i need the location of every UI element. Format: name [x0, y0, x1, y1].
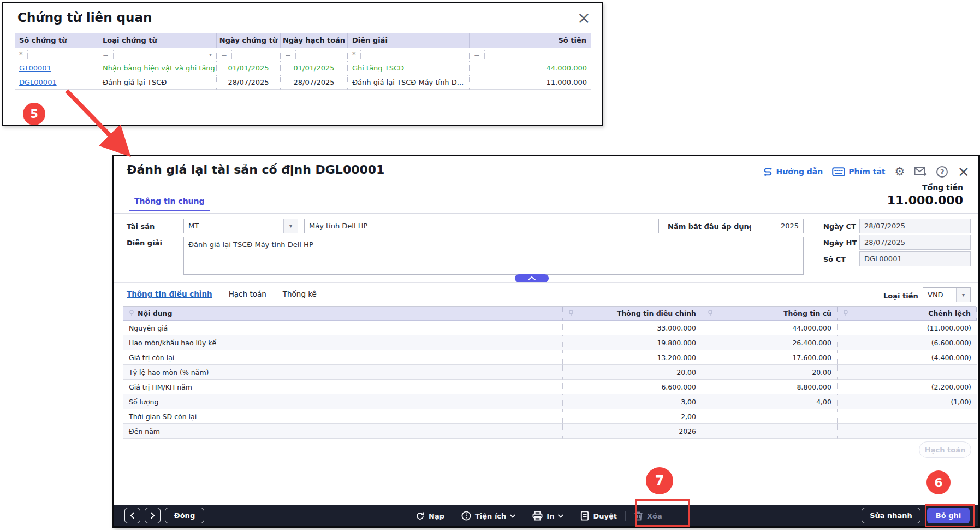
printer-icon — [532, 511, 543, 521]
column-header[interactable]: Chênh lệch — [838, 307, 977, 321]
divider — [114, 213, 978, 214]
dropdown-icon[interactable]: ▾ — [209, 51, 212, 57]
cell-content: Thời gian SD còn lại — [123, 409, 563, 424]
column-header[interactable]: Số chứng từ — [15, 33, 98, 48]
cell-difference: (2.200.000) — [838, 380, 977, 394]
dropdown-icon[interactable]: ▾ — [283, 219, 298, 233]
start-year-field[interactable]: 2025 — [751, 219, 804, 233]
filter-cell[interactable]: =▾ — [98, 48, 217, 61]
description-field[interactable]: Đánh giá lại TSCĐ Máy tính Dell HP — [183, 237, 804, 275]
guide-link[interactable]: Hướng dẫn — [763, 167, 823, 177]
asset-code-combo[interactable]: MT ▾ — [183, 219, 298, 233]
grid-row[interactable]: Giá trị còn lại 13.200.000 17.600.000 (4… — [123, 350, 976, 365]
grid-row[interactable]: Tỷ lệ hao mòn (% năm) 20,00 20,00 — [123, 365, 976, 380]
posting-date-field[interactable]: 28/07/2025 — [859, 235, 971, 250]
doc-date-field[interactable]: 28/07/2025 — [859, 219, 971, 233]
annotation-arrow — [59, 84, 138, 163]
asset-name-field[interactable]: Máy tính Dell HP — [304, 219, 659, 233]
column-header[interactable]: Ngày hạch toán — [281, 33, 348, 48]
cell-adjusted[interactable]: 2,00 — [563, 409, 702, 424]
filter-cell[interactable]: = — [470, 48, 591, 61]
chevron-left-icon — [130, 512, 135, 519]
chevron-down-icon — [558, 514, 563, 518]
cell-content: Nguyên giá — [123, 321, 563, 335]
close-icon[interactable]: × — [957, 165, 970, 178]
grid-row[interactable]: Đến năm 2026 — [123, 424, 976, 439]
gear-icon[interactable]: ⚙ — [895, 165, 905, 178]
cell-difference: (1,00) — [838, 394, 977, 409]
feedback-mail-icon[interactable] — [914, 166, 927, 177]
grid-row[interactable]: Giá trị HM/KH năm 6.600.000 8.800.000 (2… — [123, 380, 976, 394]
grid-row[interactable]: Thời gian SD còn lại 2,00 — [123, 409, 976, 424]
cell-content: Tỷ lệ hao mòn (% năm) — [123, 365, 563, 380]
utilities-icon — [461, 511, 471, 521]
tab-accounting[interactable]: Hạch toán — [229, 290, 266, 298]
print-menu-button[interactable]: In — [524, 511, 572, 521]
cell-adjusted[interactable]: 6.600.000 — [563, 380, 702, 394]
currency-combo[interactable]: VND ▾ — [923, 287, 971, 302]
cell-old: 17.600.000 — [702, 350, 838, 365]
column-header[interactable]: Nội dung — [123, 307, 563, 321]
grid-row[interactable]: Hao mòn/khấu hao lũy kế 19.800.000 26.40… — [123, 335, 976, 350]
quick-edit-button[interactable]: Sửa nhanh — [862, 508, 920, 523]
annotation-step-6: 6 — [926, 470, 951, 494]
grid-row[interactable]: Nguyên giá 33.000.000 44.000.000 (11.000… — [123, 321, 976, 335]
cell-document-type: Nhận bằng hiện vật và ghi tăng — [98, 61, 217, 75]
approve-button[interactable]: Duyệt — [572, 511, 625, 521]
cell-content: Giá trị HM/KH năm — [123, 380, 563, 394]
table-row[interactable]: GT00001 Nhận bằng hiện vật và ghi tăng 0… — [15, 61, 591, 75]
grid-header-row: Nội dung Thông tin điều chỉnh Thông tin … — [123, 307, 976, 321]
cell-adjusted[interactable]: 2026 — [563, 424, 702, 439]
column-header[interactable]: Thông tin điều chỉnh — [563, 307, 702, 321]
shortcut-link[interactable]: Phím tắt — [832, 167, 885, 176]
column-header[interactable]: Diễn giải — [348, 33, 470, 48]
next-button[interactable] — [145, 508, 161, 523]
cell-old: 20,00 — [702, 365, 838, 380]
tab-statistics[interactable]: Thống kê — [283, 290, 317, 298]
collapse-form-button[interactable] — [515, 274, 549, 282]
cell-amount: 44.000.000 — [470, 61, 591, 75]
cell-adjusted[interactable]: 19.800.000 — [563, 335, 702, 350]
tab-general-info[interactable]: Thông tin chung — [129, 197, 210, 211]
filter-cell[interactable]: * — [15, 48, 98, 61]
help-icon[interactable]: ? — [936, 166, 948, 178]
filter-cell[interactable]: = — [217, 48, 281, 61]
document-icon — [580, 511, 589, 521]
column-header[interactable]: Ngày chứng từ — [217, 33, 281, 48]
cell-difference — [838, 424, 977, 439]
filter-operator: * — [19, 50, 28, 59]
guide-icon — [763, 167, 773, 177]
cell-adjusted[interactable]: 13.200.000 — [563, 350, 702, 365]
document-link[interactable]: DGL00001 — [19, 78, 57, 86]
refresh-icon — [415, 511, 425, 521]
close-window-button[interactable]: Đóng — [165, 508, 204, 523]
cell-old — [702, 409, 838, 424]
divider — [114, 282, 978, 283]
dropdown-icon[interactable]: ▾ — [956, 288, 970, 302]
column-header[interactable]: Số tiền — [470, 33, 591, 48]
cell-content: Số lượng — [123, 394, 563, 409]
currency-value: VND — [923, 288, 956, 302]
column-header[interactable]: Loại chứng từ — [98, 33, 217, 48]
reload-button[interactable]: Nạp — [407, 511, 453, 521]
tab-adjustment-info[interactable]: Thông tin điều chỉnh — [127, 290, 212, 298]
cell-old: 44.000.000 — [702, 321, 838, 335]
grid-row[interactable]: Số lượng 3,00 4,00 (1,00) — [123, 394, 976, 409]
cell-adjusted[interactable]: 33.000.000 — [563, 321, 702, 335]
cell-adjusted[interactable]: 3,00 — [563, 394, 702, 409]
close-icon[interactable]: × — [577, 10, 591, 26]
cell-adjusted[interactable]: 20,00 — [563, 365, 702, 380]
filter-cell[interactable]: * — [348, 48, 470, 61]
document-link[interactable]: GT00001 — [19, 64, 51, 72]
utilities-menu-button[interactable]: Tiện ích — [453, 511, 524, 521]
related-documents-table: Số chứng từ Loại chứng từ Ngày chứng từ … — [15, 33, 591, 90]
chevron-right-icon — [150, 512, 155, 519]
filter-operator: = — [221, 50, 232, 59]
annotation-step-7: 7 — [646, 467, 673, 494]
doc-number-field[interactable]: DGL00001 — [859, 251, 971, 266]
filter-cell[interactable]: = — [281, 48, 348, 61]
prev-button[interactable] — [124, 508, 140, 523]
bottom-toolbar: Đóng Nạp Tiện ích In Duyệt — [114, 505, 978, 526]
column-header[interactable]: Thông tin cũ — [702, 307, 838, 321]
annotation-box-unpost — [925, 504, 975, 527]
